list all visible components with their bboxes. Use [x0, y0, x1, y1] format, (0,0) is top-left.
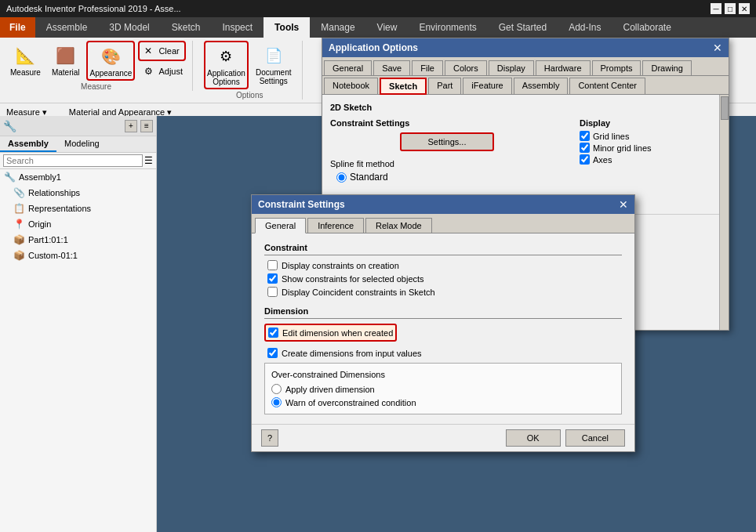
close-btn[interactable]: ✕ [739, 3, 750, 14]
window-controls[interactable]: ─ □ ✕ [711, 3, 750, 14]
constraint-dialog-titlebar: Constraint Settings ✕ [252, 195, 634, 214]
adjust-btn[interactable]: ⚙ Adjust [138, 63, 186, 80]
grid-lines-item: Grid lines [580, 131, 721, 141]
display-constraints-check[interactable] [267, 260, 278, 270]
constraint-settings-btn[interactable]: Settings... [400, 132, 494, 151]
over-constrained-section: Over-constrained Dimensions Apply driven… [264, 363, 622, 414]
custom01-icon: 📦 [13, 249, 25, 262]
tab-inspect[interactable]: Inspect [211, 17, 264, 38]
opt-tab-content-center[interactable]: Content Center [569, 78, 645, 94]
adjust-label: Adjust [158, 67, 183, 76]
constraint-dialog-close[interactable]: ✕ [619, 199, 628, 210]
show-constraints-check[interactable] [267, 273, 278, 284]
tab-addins[interactable]: Add-Ins [558, 17, 612, 38]
constraint-tab-relax[interactable]: Relax Mode [365, 218, 432, 233]
tree-item-representations[interactable]: 📋 Representations [0, 201, 156, 216]
edit-dimension-check[interactable] [268, 328, 278, 338]
minor-grid-check[interactable] [580, 143, 590, 153]
tree-item-part1[interactable]: 📦 Part1:01:1 [0, 232, 156, 248]
tree-item-assembly1[interactable]: 🔧 Assembly1 [0, 169, 156, 185]
apply-driven-radio[interactable] [271, 384, 282, 394]
panel-add-btn[interactable]: + [125, 120, 137, 132]
display-section-title: Display [580, 118, 721, 128]
warn-overconstrained-radio[interactable] [271, 397, 282, 407]
opt-tab-part[interactable]: Part [428, 78, 461, 94]
tab-tools[interactable]: Tools [264, 17, 310, 38]
spline-standard-radio[interactable] [336, 172, 347, 183]
opt-tab-save[interactable]: Save [373, 60, 410, 75]
panel-menu-btn[interactable]: ≡ [140, 120, 153, 132]
edit-dimension-item: Edit dimension when created [264, 324, 397, 342]
constraint-tab-general[interactable]: General [255, 218, 306, 233]
panel-header: 🔧 + ≡ [0, 116, 156, 136]
display-constraints-item: Display constraints on creation [264, 260, 622, 270]
spline-standard-label: Standard [350, 172, 388, 183]
opt-tab-assembly[interactable]: Assembly [514, 78, 569, 94]
app-options-titlebar: Application Options ✕ [322, 38, 729, 57]
appearance-btn[interactable]: 🎨 Appearance [86, 41, 135, 81]
opt-tab-ifeature[interactable]: iFeature [463, 78, 511, 94]
measure-group-label: Measure [6, 82, 186, 91]
tree-item-origin[interactable]: 📍 Origin [0, 216, 156, 232]
tree-view: 🔧 Assembly1 📎 Relationships 📋 Representa… [0, 169, 156, 263]
opt-tab-colors[interactable]: Colors [445, 60, 487, 75]
maximize-btn[interactable]: □ [725, 3, 736, 14]
opt-tab-sketch[interactable]: Sketch [380, 78, 427, 95]
help-btn[interactable]: ? [261, 429, 278, 447]
tab-getstarted[interactable]: Get Started [488, 17, 558, 38]
display-coincident-label: Display Coincident constraints in Sketch [282, 288, 435, 297]
part1-icon: 📦 [13, 233, 25, 246]
tab-view[interactable]: View [366, 17, 409, 38]
app-options-tabs: General Save File Colors Display Hardwar… [322, 57, 729, 76]
opt-tab-drawing[interactable]: Drawing [642, 60, 691, 75]
cancel-btn[interactable]: Cancel [565, 429, 625, 447]
tree-item-relationships[interactable]: 📎 Relationships [0, 185, 156, 201]
constraint-footer: ? OK Cancel [252, 424, 634, 451]
display-coincident-check[interactable] [267, 287, 278, 297]
app-options-btn[interactable]: ⚙ ApplicationOptions [204, 41, 249, 89]
doc-settings-btn[interactable]: 📄 DocumentSettings [252, 41, 296, 88]
panel-tab-modeling[interactable]: Modeling [56, 136, 107, 152]
axes-check[interactable] [580, 154, 590, 165]
material-icon: 🟫 [53, 43, 78, 68]
scrollbar-thumb[interactable] [721, 96, 729, 120]
ok-btn[interactable]: OK [506, 429, 561, 447]
dialog-scrollbar[interactable] [719, 95, 729, 330]
tab-3dmodel[interactable]: 3D Model [98, 17, 160, 38]
grid-lines-check[interactable] [580, 131, 590, 141]
tab-collaborate[interactable]: Collaborate [612, 17, 682, 38]
tab-file[interactable]: File [0, 17, 35, 38]
tree-item-custom01[interactable]: 📦 Custom-01:1 [0, 248, 156, 263]
constraint-settings-title: Constraint Settings [330, 118, 564, 128]
panel-tab-assembly[interactable]: Assembly [0, 136, 56, 152]
tab-assemble[interactable]: Assemble [35, 17, 99, 38]
clear-btn[interactable]: ✕ Clear [138, 41, 186, 61]
tab-sketch[interactable]: Sketch [161, 17, 212, 38]
opt-tab-display[interactable]: Display [489, 60, 534, 75]
constraint-content: Constraint Display constraints on creati… [252, 233, 634, 424]
opt-tab-file[interactable]: File [412, 60, 443, 75]
tab-environments[interactable]: Environments [408, 17, 487, 38]
relationships-label: Relationships [28, 188, 80, 197]
opt-tab-notebook[interactable]: Notebook [324, 78, 378, 94]
adjust-icon: ⚙ [141, 64, 155, 78]
custom01-label: Custom-01:1 [28, 251, 78, 260]
over-constrained-title: Over-constrained Dimensions [271, 370, 615, 379]
constraint-tab-inference[interactable]: Inference [307, 218, 364, 233]
app-options-close[interactable]: ✕ [713, 42, 722, 53]
tab-manage[interactable]: Manage [310, 17, 365, 38]
create-dimensions-check[interactable] [267, 348, 278, 358]
measure-btn[interactable]: 📐 Measure [6, 41, 45, 79]
material-label: Material [52, 68, 80, 77]
appearance-icon: 🎨 [98, 44, 123, 69]
opt-tab-general[interactable]: General [324, 60, 372, 75]
opt-tab-prompts[interactable]: Prompts [592, 60, 642, 75]
tree-search-input[interactable] [3, 154, 143, 167]
dimension-section-title: Dimension [264, 306, 622, 319]
opt-tab-hardware[interactable]: Hardware [536, 60, 591, 75]
material-btn[interactable]: 🟫 Material [48, 41, 84, 79]
measure-icon: 📐 [13, 43, 38, 68]
create-dimensions-item: Create dimensions from input values [264, 348, 622, 358]
minimize-btn[interactable]: ─ [711, 3, 721, 14]
title-bar: Autodesk Inventor Professional 2019 - As… [0, 0, 756, 17]
